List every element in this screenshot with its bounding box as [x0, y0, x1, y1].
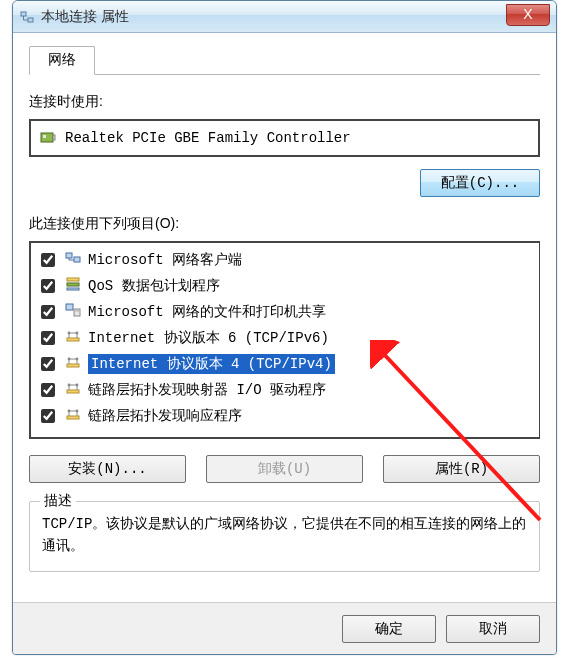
svg-rect-2	[41, 133, 53, 142]
item-label: Microsoft 网络客户端	[88, 251, 242, 269]
install-button[interactable]: 安装(N)...	[29, 455, 186, 483]
svg-point-15	[76, 332, 79, 335]
list-item[interactable]: 链路层拓扑发现响应程序	[35, 403, 535, 429]
close-button[interactable]: X	[506, 4, 550, 26]
item-label: Internet 协议版本 4 (TCP/IPv4)	[88, 354, 335, 374]
proto-icon	[64, 353, 82, 375]
svg-rect-1	[28, 18, 33, 22]
description-group: 描述 TCP/IP。该协议是默认的广域网络协议，它提供在不同的相互连接的网络上的…	[29, 501, 540, 572]
list-item[interactable]: Microsoft 网络的文件和打印机共享	[35, 299, 535, 325]
connection-icon	[19, 9, 35, 25]
svg-point-23	[68, 410, 71, 413]
svg-rect-7	[67, 278, 79, 281]
list-item[interactable]: 链路层拓扑发现映射器 I/O 驱动程序	[35, 377, 535, 403]
item-label: 链路层拓扑发现映射器 I/O 驱动程序	[88, 381, 326, 399]
proto-icon	[64, 379, 82, 401]
client-area: 网络 连接时使用: Realtek PCIe GBE Family Contro…	[13, 33, 556, 582]
svg-rect-13	[67, 338, 79, 341]
ok-button[interactable]: 确定	[342, 615, 436, 643]
svg-rect-6	[74, 257, 80, 262]
item-checkbox[interactable]	[41, 279, 55, 293]
nic-icon	[39, 129, 57, 147]
configure-button[interactable]: 配置(C)...	[420, 169, 540, 197]
description-text: TCP/IP。该协议是默认的广域网络协议，它提供在不同的相互连接的网络上的通讯。	[42, 514, 527, 557]
list-item[interactable]: Internet 协议版本 4 (TCP/IPv4)	[35, 351, 535, 377]
svg-rect-9	[67, 288, 79, 290]
items-label: 此连接使用下列项目(O):	[29, 215, 540, 233]
components-listbox[interactable]: Microsoft 网络客户端QoS 数据包计划程序Microsoft 网络的文…	[29, 241, 540, 439]
adapter-display: Realtek PCIe GBE Family Controller	[29, 119, 540, 157]
item-checkbox[interactable]	[41, 253, 55, 267]
proto-icon	[64, 327, 82, 349]
list-item[interactable]: Microsoft 网络客户端	[35, 247, 535, 273]
item-label: Internet 协议版本 6 (TCP/IPv6)	[88, 329, 329, 347]
svg-point-18	[76, 358, 79, 361]
title-bar[interactable]: 本地连接 属性 X	[13, 1, 556, 33]
proto-icon	[64, 405, 82, 427]
svg-point-20	[68, 384, 71, 387]
uninstall-button: 卸载(U)	[206, 455, 363, 483]
list-item[interactable]: QoS 数据包计划程序	[35, 273, 535, 299]
qos-icon	[64, 275, 82, 297]
item-checkbox[interactable]	[41, 409, 55, 423]
svg-rect-5	[66, 253, 72, 258]
item-label: 链路层拓扑发现响应程序	[88, 407, 242, 425]
adapter-name: Realtek PCIe GBE Family Controller	[65, 130, 351, 146]
tab-strip: 网络	[29, 47, 540, 75]
svg-point-14	[68, 332, 71, 335]
item-label: Microsoft 网络的文件和打印机共享	[88, 303, 326, 321]
svg-rect-10	[66, 304, 73, 310]
properties-button[interactable]: 属性(R)	[383, 455, 540, 483]
properties-dialog: 本地连接 属性 X 网络 连接时使用: Realtek PCIe GBE Fam…	[12, 0, 557, 655]
list-item[interactable]: Internet 协议版本 6 (TCP/IPv6)	[35, 325, 535, 351]
tab-panel-network: 连接时使用: Realtek PCIe GBE Family Controlle…	[29, 75, 540, 572]
description-legend: 描述	[40, 492, 76, 510]
share-icon	[64, 301, 82, 323]
item-checkbox[interactable]	[41, 383, 55, 397]
svg-rect-12	[75, 310, 79, 312]
item-label: QoS 数据包计划程序	[88, 277, 220, 295]
connect-using-label: 连接时使用:	[29, 93, 540, 111]
svg-point-21	[76, 384, 79, 387]
client-icon	[64, 249, 82, 271]
svg-rect-0	[21, 12, 26, 16]
svg-rect-8	[67, 283, 79, 286]
cancel-button[interactable]: 取消	[446, 615, 540, 643]
component-buttons: 安装(N)... 卸载(U) 属性(R)	[29, 455, 540, 483]
svg-point-24	[76, 410, 79, 413]
svg-rect-19	[67, 390, 79, 393]
dialog-footer: 确定 取消	[13, 602, 556, 654]
item-checkbox[interactable]	[41, 305, 55, 319]
item-checkbox[interactable]	[41, 357, 55, 371]
window-title: 本地连接 属性	[41, 8, 129, 26]
item-checkbox[interactable]	[41, 331, 55, 345]
svg-rect-3	[43, 135, 46, 138]
svg-rect-16	[67, 364, 79, 367]
tab-network[interactable]: 网络	[29, 46, 95, 75]
svg-rect-4	[53, 135, 55, 140]
svg-rect-22	[67, 416, 79, 419]
svg-point-17	[68, 358, 71, 361]
